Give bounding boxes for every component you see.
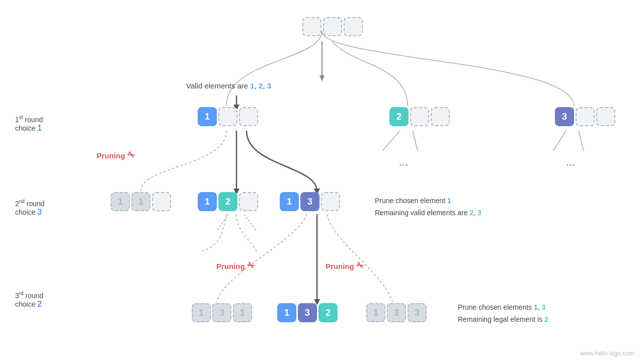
- dots-l1-right: ...: [566, 156, 575, 169]
- round3-sup: rd: [19, 291, 24, 296]
- l1-mid-cell-2: [410, 107, 429, 126]
- l1-mid-cell-3: [431, 107, 450, 126]
- l3-mid-cell-3: 2: [318, 303, 338, 322]
- svg-line-13: [216, 214, 229, 231]
- info-text-l3: Prune chosen elements 1, 3 Remaining leg…: [458, 302, 548, 326]
- round2-choice-num: 3: [37, 208, 42, 216]
- l3-mid-cell-1: 1: [277, 303, 296, 322]
- scissors-icon-l3-left: ✂: [245, 259, 257, 273]
- round1-choice-num: 1: [37, 124, 42, 132]
- l3-left-cell-3: 1: [233, 303, 252, 322]
- svg-line-14: [244, 214, 257, 231]
- round1-num: 1: [15, 116, 19, 124]
- round2-label: 2nd round choice 3: [15, 199, 45, 217]
- l2-mid-node: 1 2: [198, 192, 258, 211]
- info-text-l2: Prune chosen element 1 Remaining valid e…: [375, 195, 481, 219]
- l1-mid-cell-1: 2: [389, 107, 409, 126]
- l2-right-node: 1 3: [280, 192, 340, 211]
- l1-right-cell-1: 3: [555, 107, 574, 126]
- l3-left-node: 1 3 1: [192, 303, 252, 322]
- l2-left-cell-1: 1: [111, 192, 130, 211]
- l1-right-cell-2: [576, 107, 595, 126]
- l2-right-cell-2: 3: [300, 192, 319, 211]
- l3-left-cell-2: 3: [212, 303, 231, 322]
- round1-label: 1st round choice 1: [15, 115, 43, 133]
- valid-elements-label: Valid elements are 1, 2, 3: [186, 81, 271, 90]
- l1-left-cell-1: 1: [198, 107, 217, 126]
- round2-num: 2: [15, 200, 19, 208]
- l3-right-cell-2: 3: [387, 303, 406, 322]
- l1-mid-node: 2: [389, 107, 450, 126]
- l1-right-node: 3: [555, 107, 615, 126]
- root-cell-2: [323, 17, 342, 36]
- l3-left-cell-1: 1: [192, 303, 211, 322]
- root-cell-3: [344, 17, 363, 36]
- l2-mid-cell-2: 2: [218, 192, 237, 211]
- l1-left-cell-2: [218, 107, 237, 126]
- valid-num-1: 1: [250, 81, 254, 90]
- watermark: www.hello-algo.com: [580, 350, 634, 357]
- round3-choice-num: 2: [37, 300, 42, 308]
- l3-mid-cell-2: 3: [298, 303, 317, 322]
- round1-sup: st: [19, 115, 23, 120]
- l3-right-cell-3: 3: [408, 303, 427, 322]
- root-cell-1: [302, 17, 321, 36]
- round2-sup: nd: [19, 199, 25, 204]
- l2-left-node: 1 1: [111, 192, 171, 211]
- root-node: [302, 17, 363, 36]
- l2-mid-cell-3: [239, 192, 258, 211]
- l2-right-cell-3: [321, 192, 340, 211]
- svg-line-9: [382, 131, 400, 151]
- l2-left-cell-2: 1: [131, 192, 150, 211]
- pruning-label-l3-left: Pruning ✂: [216, 260, 255, 272]
- valid-num-2: 2: [259, 81, 263, 90]
- l2-left-cell-3: [152, 192, 171, 211]
- svg-line-10: [413, 131, 418, 151]
- l1-right-cell-3: [596, 107, 615, 126]
- dots-l1-mid: ...: [399, 156, 408, 169]
- svg-line-11: [553, 131, 566, 151]
- scissors-icon-l2: ✂: [125, 149, 137, 162]
- scissors-icon-l3-right: ✂: [354, 259, 366, 273]
- l1-left-node: 1: [198, 107, 258, 126]
- pruning-label-l2: Pruning ✂: [97, 150, 135, 161]
- svg-marker-1: [319, 75, 325, 81]
- l2-mid-cell-1: 1: [198, 192, 217, 211]
- l3-mid-node: 1 3 2: [277, 303, 338, 322]
- svg-line-12: [579, 131, 584, 151]
- round3-label: 3rd round choice 2: [15, 291, 43, 309]
- l3-right-cell-1: 1: [366, 303, 385, 322]
- l2-right-cell-1: 1: [280, 192, 299, 211]
- round3-num: 3: [15, 292, 19, 300]
- l3-right-node: 1 3 3: [366, 303, 427, 322]
- valid-num-3: 3: [267, 81, 271, 90]
- l1-left-cell-3: [239, 107, 258, 126]
- pruning-label-l3-right: Pruning ✂: [326, 260, 364, 272]
